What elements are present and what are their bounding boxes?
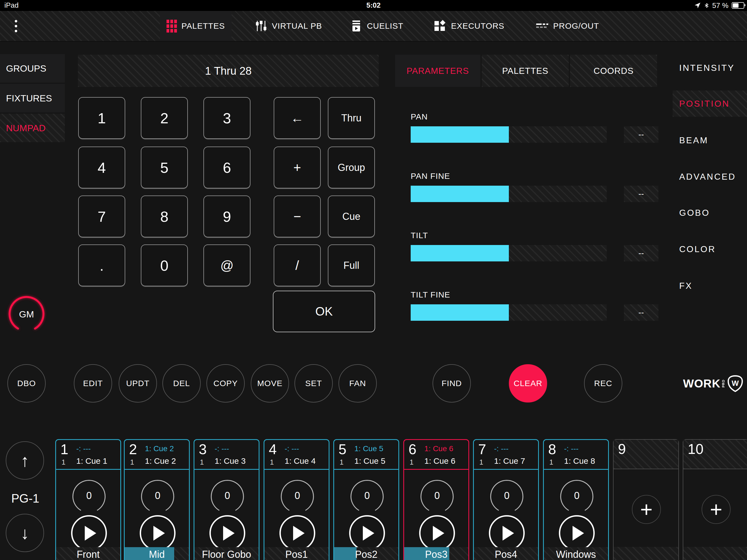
tab-executors[interactable]: EXECUTORS	[431, 11, 507, 41]
playback-header-5[interactable]: 51: Cue 511: Cue 5	[334, 440, 398, 470]
tab-parameters[interactable]: PARAMETERS	[395, 55, 481, 87]
playback-knob[interactable]: 0	[559, 479, 595, 514]
play-button[interactable]	[279, 515, 315, 551]
key-2[interactable]: 2	[141, 97, 188, 139]
key-minus[interactable]: −	[274, 196, 321, 237]
attr-item-color[interactable]: COLOR	[673, 236, 747, 262]
playback-fader-label[interactable]: Pos4	[474, 547, 538, 560]
playback-knob[interactable]: 0	[419, 479, 455, 514]
play-button[interactable]	[209, 515, 245, 551]
param-slider-pan-fine[interactable]	[411, 186, 607, 202]
key-6[interactable]: 6	[203, 147, 251, 188]
playback-fader-label[interactable]: Floor Gobo	[195, 547, 259, 560]
key-at[interactable]: @	[203, 245, 251, 286]
attr-item-advanced[interactable]: ADVANCED	[673, 163, 747, 190]
button-rec[interactable]: REC	[584, 364, 622, 403]
key-dot[interactable]: .	[78, 245, 125, 286]
button-edit[interactable]: EDIT	[74, 364, 112, 403]
grand-master-knob[interactable]: GM	[6, 294, 47, 334]
playback-fader-label[interactable]: Pos1	[264, 547, 329, 560]
button-set[interactable]: SET	[294, 364, 333, 403]
play-button[interactable]	[559, 515, 595, 551]
button-move[interactable]: MOVE	[251, 364, 289, 403]
param-slider-pan[interactable]	[411, 126, 607, 143]
play-button[interactable]	[140, 515, 176, 551]
play-button[interactable]	[349, 515, 385, 551]
playback-fader-label[interactable]: Mid	[125, 547, 189, 560]
tab-cuelist[interactable]: CUELIST	[347, 11, 406, 41]
playback-fader-label[interactable]: Pos2	[334, 547, 398, 560]
key-thru[interactable]: Thru	[328, 97, 375, 139]
attr-item-beam[interactable]: BEAM	[673, 127, 747, 153]
playback-knob[interactable]: 0	[209, 479, 245, 514]
palettes-grid-icon	[166, 20, 177, 32]
nav-bar: PALETTES VIRTUAL PB CUELIST EXECUTORS	[0, 11, 747, 42]
playback-header-9[interactable]: 9	[614, 440, 678, 469]
key-plus[interactable]: +	[274, 147, 321, 188]
param-slider-tilt[interactable]	[411, 245, 607, 261]
playback-header-6[interactable]: 61: Cue 611: Cue 6	[404, 440, 468, 470]
button-copy[interactable]: COPY	[206, 364, 245, 403]
attr-item-gobo[interactable]: GOBO	[673, 200, 747, 226]
key-8[interactable]: 8	[141, 196, 188, 237]
key-slash[interactable]: /	[274, 245, 321, 286]
attr-item-fx[interactable]: FX	[673, 273, 747, 299]
key-0[interactable]: 0	[141, 245, 188, 286]
playback-fader-label[interactable]: Windows	[544, 547, 608, 560]
button-clear[interactable]: CLEAR	[509, 364, 547, 403]
key-9[interactable]: 9	[203, 196, 251, 237]
key-5[interactable]: 5	[141, 147, 188, 188]
button-dbo[interactable]: DBO	[7, 364, 46, 403]
button-updt[interactable]: UPDT	[119, 364, 157, 403]
playback-header-7[interactable]: 7-: ---11: Cue 7	[474, 440, 538, 470]
next-cue-text: 1: Cue 5	[354, 444, 383, 453]
playback-knob[interactable]: 0	[489, 479, 525, 514]
attr-item-position[interactable]: POSITION	[673, 91, 747, 117]
key-3[interactable]: 3	[203, 97, 251, 139]
menu-icon[interactable]	[10, 11, 21, 41]
key-1[interactable]: 1	[78, 97, 125, 139]
key-group[interactable]: Group	[328, 147, 375, 188]
playback-knob[interactable]: 0	[279, 479, 315, 514]
playback-header-1[interactable]: 1-: ---11: Cue 1	[56, 440, 120, 470]
ok-button[interactable]: OK	[273, 291, 375, 332]
play-button[interactable]	[419, 515, 455, 551]
key-4[interactable]: 4	[78, 147, 125, 188]
playback-header-8[interactable]: 8-: ---11: Cue 8	[544, 440, 608, 470]
sidebar-item-numpad[interactable]: NUMPAD	[0, 114, 65, 142]
key-backspace[interactable]: ←	[274, 97, 321, 139]
playback-header-2[interactable]: 21: Cue 211: Cue 2	[125, 440, 189, 470]
attr-item-intensity[interactable]: INTENSITY	[673, 55, 747, 81]
page-down-button[interactable]: ↓	[6, 514, 44, 552]
param-label-tilt-fine: TILT FINE	[411, 290, 450, 299]
button-del[interactable]: DEL	[162, 364, 201, 403]
add-playback-button[interactable]: +	[702, 495, 730, 524]
tab-label: PALETTES	[181, 21, 225, 31]
tab-coords[interactable]: COORDS	[570, 55, 657, 87]
add-playback-button[interactable]: +	[632, 495, 661, 524]
playback-header-4[interactable]: 4-: ---11: Cue 4	[264, 440, 329, 470]
playback-fader-label[interactable]: Pos3	[404, 547, 468, 560]
key-7[interactable]: 7	[78, 196, 125, 237]
param-slider-tilt-fine[interactable]	[411, 304, 607, 321]
playback-knob[interactable]: 0	[71, 479, 107, 514]
key-cue[interactable]: Cue	[328, 196, 375, 237]
page-up-button[interactable]: ↑	[6, 441, 44, 480]
tab-prog-palettes[interactable]: PALETTES	[482, 55, 569, 87]
playback-header-3[interactable]: 3-: ---11: Cue 3	[195, 440, 259, 470]
playback-fader-label[interactable]: Front	[56, 547, 120, 560]
playback-knob[interactable]: 0	[140, 479, 176, 514]
button-fan[interactable]: FAN	[338, 364, 377, 403]
play-button[interactable]	[71, 515, 107, 551]
playback-number: 6	[409, 441, 416, 457]
sidebar-item-groups[interactable]: GROUPS	[0, 54, 65, 82]
playback-knob[interactable]: 0	[349, 479, 385, 514]
button-find[interactable]: FIND	[433, 364, 471, 403]
sidebar-item-fixtures[interactable]: FIXTURES	[0, 84, 65, 112]
playback-header-10[interactable]: 10	[683, 440, 747, 469]
key-full[interactable]: Full	[328, 245, 375, 286]
play-button[interactable]	[489, 515, 525, 551]
tab-virtual-pb[interactable]: VIRTUAL PB	[252, 11, 325, 41]
tab-palettes[interactable]: PALETTES	[160, 11, 232, 41]
tab-prog-out[interactable]: PROG/OUT	[533, 11, 601, 41]
